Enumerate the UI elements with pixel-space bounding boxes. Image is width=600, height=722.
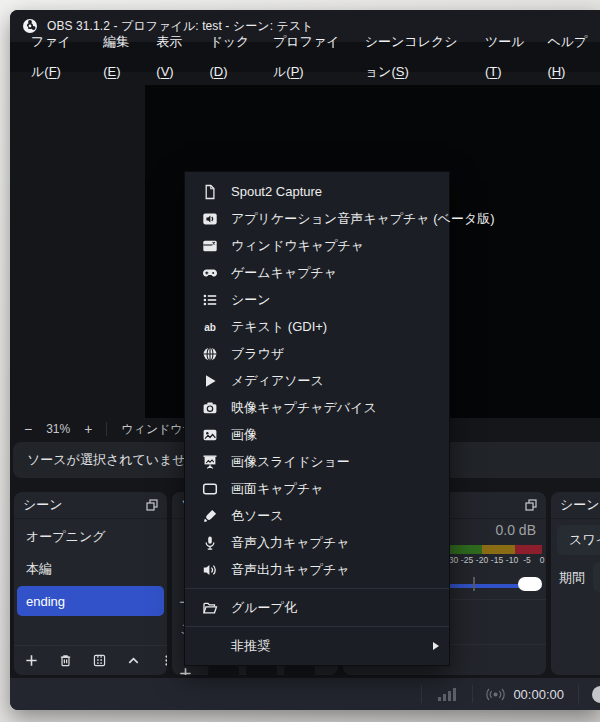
context-menu-item-label: 色ソース: [231, 507, 284, 525]
context-menu-item-label: 音声出力キャプチャ: [231, 561, 350, 579]
context-menu-item[interactable]: 画面キャプチャ: [185, 475, 449, 502]
file-icon: [202, 184, 218, 200]
context-menu-item-label: アプリケーション音声キャプチャ (ベータ版): [231, 210, 495, 228]
context-menu-item-label: 画面キャプチャ: [231, 480, 324, 498]
context-menu-item-label: メディアソース: [231, 372, 324, 390]
context-menu-item[interactable]: ブラウザ: [185, 340, 449, 367]
meter-tick-label: -15: [491, 555, 503, 565]
meter-tick-label: -5: [523, 555, 531, 565]
context-menu-item-label: ウィンドウキャプチャ: [231, 237, 364, 255]
context-menu-item-label: 画像: [231, 426, 257, 444]
context-menu-item[interactable]: 画像スライドショー: [185, 448, 449, 475]
menu-p[interactable]: プロファイル(P): [262, 27, 354, 87]
globe-icon: [202, 346, 218, 362]
svg-text:ab: ab: [204, 321, 216, 332]
speaker-icon: [202, 562, 218, 578]
scene-item[interactable]: 本編: [17, 554, 164, 584]
context-menu-item[interactable]: 映像キャプチャデバイス: [185, 394, 449, 421]
image-icon: [202, 427, 218, 443]
transition-dock-header[interactable]: シーントランジション: [551, 492, 600, 519]
context-menu-item[interactable]: abテキスト (GDI+): [185, 313, 449, 340]
slideshow-icon: [202, 454, 218, 470]
move-scene-up-button[interactable]: [126, 653, 141, 668]
context-menu-item[interactable]: ゲームキャプチャ: [185, 259, 449, 286]
zoom-level: 31%: [46, 422, 70, 436]
submenu-arrow-icon: [433, 642, 439, 650]
add-source-context-menu: Spout2 Captureアプリケーション音声キャプチャ (ベータ版)ウィンド…: [184, 171, 450, 666]
add-scene-button[interactable]: [24, 653, 39, 668]
context-menu-item[interactable]: 非推奨: [185, 632, 449, 659]
brush-icon: [202, 508, 218, 524]
camera-icon: [202, 400, 218, 416]
context-menu-item[interactable]: 色ソース: [185, 502, 449, 529]
context-menu-item[interactable]: 音声出力キャプチャ: [185, 556, 449, 583]
app-audio-icon: [202, 211, 218, 227]
context-menu-item[interactable]: メディアソース: [185, 367, 449, 394]
context-menu-item[interactable]: Spout2 Capture: [185, 178, 449, 205]
menu-f[interactable]: ファイル(F): [20, 27, 92, 87]
network-signal-icon: [438, 687, 456, 701]
display-icon: [202, 481, 218, 497]
scene-item[interactable]: オープニング: [17, 522, 164, 552]
scene-filters-button[interactable]: [92, 653, 107, 668]
meter-tick-label: -20: [476, 555, 488, 565]
menu-separator: [185, 588, 449, 589]
meter-tick-label: 0: [540, 555, 545, 565]
popout-dock-icon[interactable]: [525, 499, 537, 511]
context-menu-item[interactable]: アプリケーション音声キャプチャ (ベータ版): [185, 205, 449, 232]
add-source-button[interactable]: [178, 666, 193, 675]
volume-slider-handle[interactable]: [518, 577, 542, 591]
recording-indicator-icon: [486, 687, 505, 702]
no-source-selected-text: ソースが選択されていません: [27, 451, 199, 469]
scene-list-icon: [202, 292, 218, 308]
scenes-dock-title: シーン: [23, 496, 63, 514]
transition-duration-label: 期間: [559, 569, 585, 587]
scene-item[interactable]: ending: [17, 586, 164, 616]
scenes-dock-header[interactable]: シーン: [14, 492, 167, 519]
context-menu-item-label: ゲームキャプチャ: [231, 264, 337, 282]
menu-d[interactable]: ドック(D): [198, 27, 262, 87]
menu-t[interactable]: ツール(T): [474, 27, 536, 87]
context-menu-item[interactable]: 画像: [185, 421, 449, 448]
window-icon: [202, 238, 218, 254]
zoom-in-button[interactable]: +: [84, 421, 92, 437]
rec-dot-icon[interactable]: [592, 686, 600, 703]
context-menu-item[interactable]: ウィンドウキャプチャ: [185, 232, 449, 259]
context-menu-item-label: グループ化: [231, 599, 297, 617]
scenes-toolbar: [14, 645, 167, 675]
transition-dock-title: シーントランジション: [560, 496, 600, 514]
menu-bar: ファイル(F)編集(E)表示(V)ドック(D)プロファイル(P)シーンコレクショ…: [10, 42, 600, 72]
scene-transition-dock: シーントランジション スワイプ 期間: [551, 492, 600, 675]
recording-time: 00:00:00: [513, 687, 564, 702]
scene-list: オープニング本編ending: [14, 519, 167, 616]
context-menu-item[interactable]: グループ化: [185, 594, 449, 621]
scenes-dock: シーン オープニング本編ending: [14, 492, 167, 675]
menu-s[interactable]: シーンコレクション(S): [354, 27, 474, 87]
context-menu-item[interactable]: 音声入力キャプチャ: [185, 529, 449, 556]
volume-db-label: 0.0 dB: [496, 522, 536, 538]
transition-select[interactable]: スワイプ: [557, 525, 600, 555]
zoom-out-button[interactable]: −: [24, 421, 32, 437]
transition-selected-value: スワイプ: [569, 531, 600, 549]
context-menu-item-label: シーン: [231, 291, 271, 309]
scenes-more-icon[interactable]: [160, 653, 167, 668]
context-menu-item-label: 画像スライドショー: [231, 453, 350, 471]
transition-duration-spinbox[interactable]: [593, 562, 600, 592]
play-icon: [202, 373, 218, 389]
meter-tick-label: -25: [461, 555, 473, 565]
menu-v[interactable]: 表示(V): [145, 27, 198, 87]
context-menu-item-label: Spout2 Capture: [231, 184, 322, 199]
toolbar-divider: [106, 422, 107, 436]
menu-separator: [185, 626, 449, 627]
meter-tick-label: -10: [506, 555, 518, 565]
context-menu-item[interactable]: シーン: [185, 286, 449, 313]
menu-h[interactable]: ヘルプ(H): [536, 27, 600, 87]
remove-scene-button[interactable]: [58, 653, 73, 668]
popout-dock-icon[interactable]: [146, 499, 158, 511]
status-bar: 00:00:00: [10, 678, 600, 710]
context-menu-item-label: 非推奨: [231, 637, 270, 655]
menu-e[interactable]: 編集(E): [92, 27, 145, 87]
mic-icon: [202, 535, 218, 551]
context-menu-item-label: 音声入力キャプチャ: [231, 534, 350, 552]
context-menu-item-label: テキスト (GDI+): [231, 318, 327, 336]
